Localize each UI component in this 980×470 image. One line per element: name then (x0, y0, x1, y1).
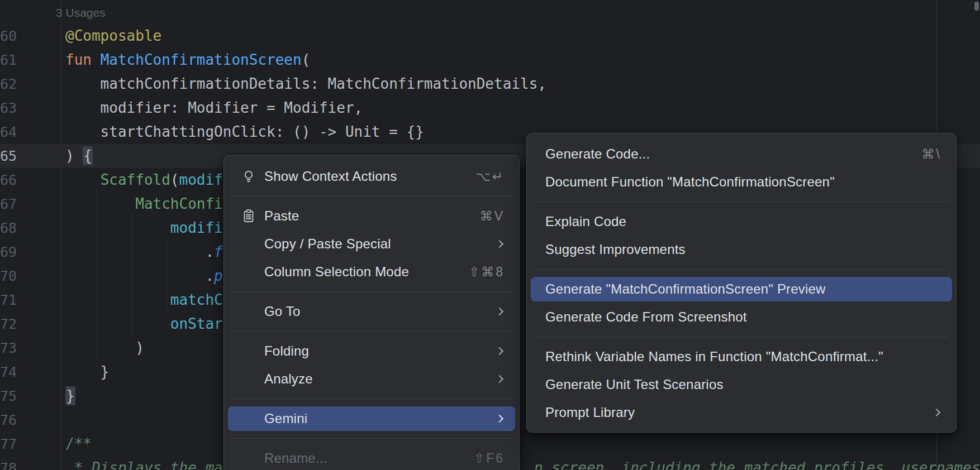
code-token: Displays the ma (92, 459, 223, 470)
line-number: 73 (0, 336, 17, 360)
menu-item-shortcut: ⌥↵ (475, 169, 505, 184)
code-token (65, 171, 101, 188)
line-number: 75 (0, 384, 17, 408)
line-number: 62 (0, 72, 17, 96)
menu-separator (232, 399, 511, 399)
indent-guide (132, 214, 132, 336)
menu-item-label: Suggest Improvements (545, 242, 686, 257)
line-number: 76 (0, 408, 17, 432)
code-token (65, 243, 205, 260)
menu-item-label: Gemini (264, 411, 307, 426)
line-number: 70 (0, 264, 17, 288)
empty-icon-slot (241, 371, 256, 387)
empty-icon-slot (241, 236, 256, 252)
menu-item-label: Generate Code... (545, 146, 650, 162)
code-token: matchC (170, 291, 223, 308)
line-number: 64 (0, 120, 17, 144)
code-token (65, 291, 170, 308)
code-token: ( (170, 171, 179, 188)
line-number: 68 (0, 216, 17, 240)
menu-item-copy-paste-special[interactable]: Copy / Paste Special (224, 230, 519, 258)
menu-item-label: Rename... (264, 450, 327, 466)
editor-context-menu: Show Context Actions⌥↵Paste⌘VCopy / Past… (223, 155, 520, 470)
code-token: Scaffold (101, 171, 170, 188)
menu-item-rethink-variable-names-in-function-matchconfirmat[interactable]: Rethink Variable Names in Function "Matc… (527, 343, 956, 371)
code-token (65, 219, 170, 236)
line-number: 60 (0, 24, 17, 48)
chevron-right-icon (496, 347, 503, 355)
menu-item-shortcut: ⌘\ (922, 147, 941, 162)
menu-item-label: Generate Unit Test Scenarios (545, 377, 724, 392)
menu-item-show-context-actions[interactable]: Show Context Actions⌥↵ (224, 162, 519, 190)
code-line-62: 62 matchConfirmationDetails: MatchConfir… (0, 72, 980, 96)
empty-icon-slot (241, 411, 256, 426)
menu-item-go-to[interactable]: Go To (224, 298, 519, 325)
code-token: . (205, 267, 214, 284)
menu-item-label: Show Context Actions (264, 169, 397, 184)
code-line-61: 61fun MatchConfirmationScreen( (0, 48, 980, 72)
code-token: /** (65, 435, 92, 452)
code-token: MatchConfi (135, 195, 223, 212)
clipboard-icon (241, 208, 256, 224)
code-token: onStar (170, 315, 223, 332)
menu-item-label: Document Function "MatchConfirmationScre… (545, 174, 835, 190)
menu-item-label: Prompt Library (545, 405, 635, 420)
menu-item-shortcut: ⌘V (480, 209, 505, 224)
menu-item-paste[interactable]: Paste⌘V (224, 202, 519, 230)
indent-guide (97, 190, 97, 360)
menu-item-folding[interactable]: Folding (224, 337, 519, 365)
menu-separator (535, 202, 948, 202)
menu-item-explain-code[interactable]: Explain Code (527, 208, 956, 236)
menu-item-analyze[interactable]: Analyze (224, 365, 519, 393)
menu-separator (232, 331, 511, 332)
code-token: modifi (170, 219, 223, 236)
gemini-submenu: Generate Code...⌘\Document Function "Mat… (526, 133, 957, 433)
menu-item-label: Generate "MatchConfirmationScreen" Previ… (545, 281, 826, 297)
menu-item-generate-matchconfirmationscreen-preview[interactable]: Generate "MatchConfirmationScreen" Previ… (527, 275, 956, 303)
menu-item-prompt-library[interactable]: Prompt Library (527, 399, 956, 426)
menu-item-label: Rethink Variable Names in Function "Matc… (545, 349, 883, 365)
usages-hint: 3 Usages (56, 6, 106, 19)
lightbulb-icon (241, 169, 256, 184)
menu-separator (232, 291, 511, 292)
brace-match-highlight: } (65, 386, 75, 405)
menu-item-generate-code[interactable]: Generate Code...⌘\ (527, 140, 956, 168)
code-token: * (65, 459, 92, 470)
menu-item-label: Generate Code From Screenshot (545, 309, 747, 325)
indent-guide (166, 238, 167, 311)
line-number: 78 (0, 456, 17, 470)
code-token: . (205, 243, 214, 260)
menu-separator (535, 269, 948, 270)
menu-item-label: Paste (264, 208, 299, 224)
menu-item-document-function-matchconfirmationscreen[interactable]: Document Function "MatchConfirmationScre… (527, 168, 956, 196)
menu-item-label: Go To (264, 304, 301, 319)
menu-item-gemini[interactable]: Gemini (224, 405, 519, 433)
doc-comment-fragment: n screen, including the matched profiles… (534, 456, 980, 470)
code-token: @Composable (65, 27, 161, 44)
code-token: ( (302, 51, 311, 68)
code-token (65, 267, 205, 284)
usages-hint-line: 3 Usages (0, 0, 980, 24)
code-token: ) (65, 147, 83, 164)
empty-icon-slot (241, 450, 256, 466)
code-token (65, 315, 170, 332)
code-token: } (65, 363, 109, 380)
line-number: 66 (0, 168, 17, 192)
code-token: ) (65, 339, 144, 356)
empty-icon-slot (241, 264, 256, 280)
menu-item-suggest-improvements[interactable]: Suggest Improvements (527, 236, 956, 263)
menu-item-rename[interactable]: Rename...⇧F6 (224, 444, 519, 470)
menu-item-generate-unit-test-scenarios[interactable]: Generate Unit Test Scenarios (527, 371, 956, 399)
chevron-right-icon (496, 375, 503, 383)
scrollbar-thumb[interactable] (974, 2, 979, 11)
menu-item-column-selection-mode[interactable]: Column Selection Mode⇧⌘8 (224, 258, 519, 286)
ide-editor-screen: 3 Usages60@Composable61fun MatchConfirma… (0, 0, 980, 470)
line-number: 71 (0, 288, 17, 312)
empty-icon-slot (241, 343, 256, 359)
code-token: modifier: Modifier = Modifier, (65, 99, 363, 116)
code-token: MatchConfirmationScreen (101, 51, 302, 68)
brace-match-highlight: { (83, 146, 93, 165)
line-number: 72 (0, 312, 17, 336)
code-token: p (214, 267, 223, 284)
menu-item-generate-code-from-screenshot[interactable]: Generate Code From Screenshot (527, 303, 956, 331)
